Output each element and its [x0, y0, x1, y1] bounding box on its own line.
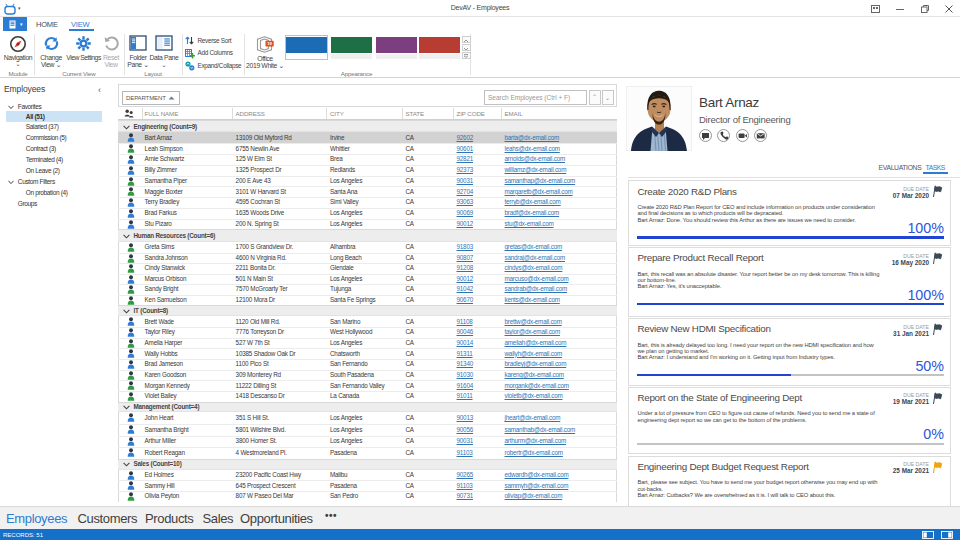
svg-text:19: 19	[267, 41, 272, 46]
